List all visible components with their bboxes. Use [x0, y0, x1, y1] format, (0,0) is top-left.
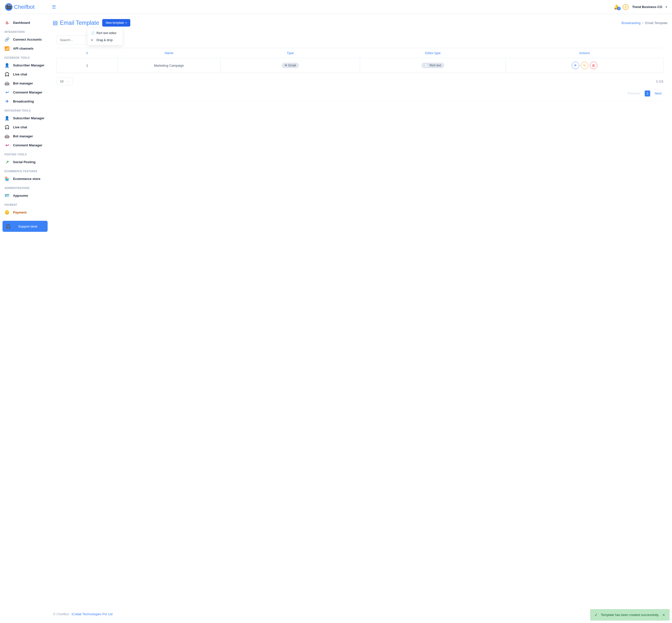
sidebar-item-ecommerce-store[interactable]: 🏪 Ecommerce store [0, 174, 50, 183]
sidebar-item-label: Live chat [13, 72, 27, 76]
notif-badge: 0 [617, 7, 621, 10]
sidebar-item-label: Subscriber Manager [13, 63, 44, 67]
new-template-dropdown: 📄 Rich text editor ≡ Drag & drop [87, 28, 123, 45]
new-template-button[interactable]: New template [102, 19, 130, 27]
sidebar-item-label: Appsumo [13, 194, 28, 198]
user-icon: 👤 [4, 116, 9, 121]
sidebar-item-connect-accounts[interactable]: 🔗 Connect Accounts [0, 35, 50, 44]
copyright: © CheifBot [53, 612, 69, 616]
sidebar-item-label: Dashboard [13, 21, 30, 25]
sidebar-item-label: Broadcasting [13, 99, 34, 103]
breadcrumb-current: Email Template [645, 21, 668, 25]
sidebar-item-fb-broadcasting[interactable]: ✈ Broadcasting [0, 97, 50, 106]
notifications-button[interactable]: 🔔 0 [614, 4, 619, 10]
sidebar-item-dashboard[interactable]: ♨ Dashboard [0, 18, 50, 27]
main: ▤ Email Template New template 📄 Rich tex… [50, 14, 672, 623]
footer-company-link[interactable]: iCollab Technologies Pvt Ltd [72, 612, 113, 616]
edit-button[interactable]: ✎ [581, 62, 588, 69]
fire-icon: ♨ [4, 20, 9, 25]
list-icon: ▤ [53, 20, 58, 26]
footer: © CheifBot · iCollab Technologies Pvt Lt… [53, 608, 668, 621]
eye-icon: 👁 [574, 64, 577, 67]
sidebar-section: ADMINISTRATIONS [0, 183, 50, 191]
file-icon: 📄 [424, 64, 428, 67]
headset-icon: 🎧 [4, 72, 9, 77]
sidebar-item-label: Ecommerce store [13, 177, 40, 181]
link-icon: 🔗 [4, 37, 9, 42]
delete-button[interactable]: 🗑 [590, 62, 597, 69]
user-name[interactable]: Trend Business CO [632, 5, 662, 9]
page-header: ▤ Email Template New template 📄 Rich tex… [53, 19, 668, 27]
cell-actions: 👁 ✎ 🗑 [506, 58, 663, 73]
col-header-actions[interactable]: Actions [506, 48, 663, 58]
sidebar-item-social-posting[interactable]: ↗ Social Posting [0, 157, 50, 167]
sidebar-item-ig-subscriber[interactable]: 👤 Subscriber Manager [0, 114, 50, 123]
sidebar-item-ig-bot-manager[interactable]: 🤖 Bot manager [0, 131, 50, 141]
sidebar-item-fb-comment-manager[interactable]: ↩ Comment Manager [0, 88, 50, 97]
type-pill: ✉ Email [282, 63, 299, 68]
logo[interactable]: Cheifbot [5, 3, 51, 11]
sidebar-item-fb-subscriber[interactable]: 👤 Subscriber Manager [0, 61, 50, 70]
sidebar-section: ECOMMERCE FEATURES [0, 167, 50, 174]
pagination-next[interactable]: Next [653, 90, 664, 96]
sidebar-item-label: Subscriber Manager [13, 116, 44, 120]
headset-icon: 🎧 [6, 224, 11, 229]
avatar: t [623, 4, 629, 10]
pagination-previous[interactable]: Previous [625, 90, 642, 96]
chevron-down-icon: ▾ [666, 5, 667, 8]
view-button[interactable]: 👁 [572, 62, 579, 69]
cell-editor: 📄 Rich text [360, 58, 506, 73]
reply-icon: ↩ [4, 143, 9, 148]
page-size-select[interactable]: 10 ⌄ [57, 78, 73, 85]
dropdown-item-rich-text[interactable]: 📄 Rich text editor [87, 30, 123, 37]
col-header-number[interactable]: # [57, 48, 118, 58]
cell-type: ✉ Email [220, 58, 360, 73]
sidebar-section: INTEGRATIONS [0, 27, 50, 35]
chevron-down-icon: ⌄ [67, 80, 69, 83]
pencil-icon: ✎ [583, 64, 586, 67]
reply-icon: ↩ [4, 90, 9, 95]
sidebar: ♨ Dashboard INTEGRATIONS 🔗 Connect Accou… [0, 14, 50, 623]
col-header-type[interactable]: Type [220, 48, 360, 58]
sidebar-item-label: Bot manager [13, 134, 33, 138]
sidebar-item-label: Social Posting [13, 160, 36, 164]
sidebar-item-ig-comment-manager[interactable]: ↩ Comment Manager [0, 141, 50, 150]
trash-icon: 🗑 [592, 64, 595, 67]
sidebar-item-fb-live-chat[interactable]: 🎧 Live chat [0, 70, 50, 79]
sidebar-item-appsumo[interactable]: 🪪 Appsumo [0, 191, 50, 200]
sidebar-item-label: API channels [13, 47, 34, 50]
col-header-name[interactable]: Name [118, 48, 221, 58]
template-table: # Name Type Editor type Actions 1 Market… [57, 48, 664, 73]
robot-icon: 🤖 [4, 134, 9, 139]
col-header-editor[interactable]: Editor type [360, 48, 506, 58]
support-label: Support desk [18, 225, 38, 228]
page-title: ▤ Email Template [53, 20, 99, 26]
content-card: # Name Type Editor type Actions 1 Market… [53, 32, 668, 100]
sidebar-item-label: Comment Manager [13, 143, 42, 147]
sidebar-section: PAYMENT [0, 200, 50, 208]
support-desk-button[interactable]: 🎧 Support desk [2, 221, 48, 232]
sidebar-item-label: Live chat [13, 125, 27, 129]
sidebar-item-payment[interactable]: 🪙 Payment [0, 208, 50, 217]
sidebar-section: FACEBOOK TOOLS [0, 53, 50, 61]
sidebar-item-api-channels[interactable]: 📶 API channels [0, 44, 50, 53]
breadcrumb-link-broadcasting[interactable]: Broadcasting [622, 21, 641, 25]
sidebar-item-ig-live-chat[interactable]: 🎧 Live chat [0, 123, 50, 131]
pagination: Previous 1 Next [57, 90, 664, 96]
sidebar-section: POSTING TOOLS [0, 150, 50, 157]
send-icon: ✈ [4, 99, 9, 104]
sidebar-item-label: Payment [13, 210, 27, 214]
hamburger-icon[interactable]: ☰ [52, 4, 56, 10]
header-right: 🔔 0 t Trend Business CO ▾ [614, 4, 667, 10]
cell-name: Marketing Campaign [118, 58, 221, 73]
toast-message: Template has been created successfully. [601, 613, 659, 617]
sidebar-item-fb-bot-manager[interactable]: 🤖 Bot manager [0, 79, 50, 88]
pagination-current[interactable]: 1 [645, 90, 650, 96]
toast-close-button[interactable]: ✕ [662, 613, 665, 617]
lines-icon: ≡ [91, 38, 94, 42]
table-footer: 10 ⌄ 1-1/1 [57, 78, 664, 85]
editor-pill: 📄 Rich text [422, 63, 444, 68]
dropdown-item-drag-drop[interactable]: ≡ Drag & drop [87, 37, 123, 43]
id-card-icon: 🪪 [4, 193, 9, 198]
table-row: 1 Marketing Campaign ✉ Email 📄 Rich tex [57, 58, 664, 73]
